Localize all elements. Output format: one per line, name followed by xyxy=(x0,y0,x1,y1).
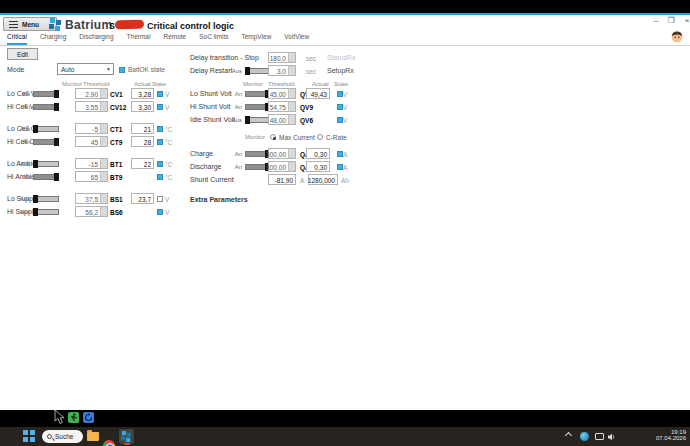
param-row: Hi Shunt VoltAn54,75QV9V xyxy=(0,101,690,113)
threshold-input[interactable]: 300,00 xyxy=(268,161,296,172)
minimize-button[interactable]: – xyxy=(650,16,662,25)
search-input[interactable]: Suche xyxy=(42,430,83,443)
hamburger-icon xyxy=(9,21,18,28)
max-current-radio[interactable] xyxy=(270,134,276,140)
monitor-toggle-slider[interactable] xyxy=(33,195,59,203)
start-button[interactable] xyxy=(23,430,35,442)
unit-label: V xyxy=(343,117,347,124)
sensor-id-label: QV9 xyxy=(300,104,313,111)
header-state: State xyxy=(152,81,166,87)
tab-tempview[interactable]: TempView xyxy=(241,33,271,45)
maximize-button[interactable]: ❐ xyxy=(665,16,677,25)
c-rate-radio[interactable] xyxy=(317,134,323,140)
toggle-state-label: Aus xyxy=(224,117,242,123)
header-threshold: Threshold xyxy=(83,81,110,87)
runner-app-icon[interactable] xyxy=(68,412,79,423)
toggle-state-label: Aus xyxy=(224,68,242,74)
monitor-toggle-slider[interactable] xyxy=(33,208,59,216)
state-checkbox[interactable] xyxy=(157,209,163,215)
actual-value-field: 49,43 xyxy=(306,88,330,99)
tab-thermal[interactable]: Thermal xyxy=(127,33,151,45)
max-current-label: Max Current xyxy=(279,134,315,141)
taskbar-clock[interactable]: 19:19 07.04.2026 xyxy=(640,429,686,441)
taskbar: Suche 19:19 07.04.2026 xyxy=(0,427,690,446)
delay-stop-row: Delay transition - Stop 180,0 sec Status… xyxy=(0,52,690,64)
statusrx-label: StatusRx xyxy=(327,54,355,61)
toggle-state-label: An xyxy=(224,151,242,157)
param-row: Idle Shunt VoltAus48,00QV6V xyxy=(0,114,690,126)
threshold-input[interactable]: 45,00 xyxy=(268,88,296,99)
header-monitor: Monitor xyxy=(243,81,263,87)
monitor-toggle-slider[interactable] xyxy=(245,67,270,75)
menu-button-label: Menu xyxy=(22,21,39,28)
header-actual: Actual xyxy=(312,81,329,87)
threshold-input[interactable]: 48,00 xyxy=(268,114,296,125)
unit-label: V xyxy=(343,91,347,98)
tab-discharging[interactable]: Discharging xyxy=(79,33,113,45)
threshold-input[interactable]: 56,2 xyxy=(75,206,108,217)
param-label: Discharge xyxy=(190,163,222,170)
tab-charging[interactable]: Charging xyxy=(40,33,66,45)
monitor-toggle-slider[interactable] xyxy=(245,116,270,124)
batrium-taskbar-icon[interactable] xyxy=(119,429,134,444)
state-checkbox[interactable] xyxy=(157,196,163,202)
shunt-capacity-unit: Ah xyxy=(341,177,349,184)
search-icon xyxy=(47,434,52,439)
delay-restart-unit: sec xyxy=(306,68,316,75)
clock-date: 07.04.2026 xyxy=(640,435,686,441)
search-placeholder: Suche xyxy=(55,433,73,440)
sensor-id-label: BS1 xyxy=(110,196,123,203)
actual-value-field: 23,7 xyxy=(131,193,154,204)
actual-value-field: 0,30 xyxy=(306,148,330,159)
unit-label: A xyxy=(343,151,347,158)
toggle-state-label: An xyxy=(224,104,242,110)
sync-app-icon[interactable] xyxy=(83,412,94,423)
toggle-state-label: Aus xyxy=(12,196,30,202)
param-row: Lo Supply VoltAus37,5BS123,7V xyxy=(0,193,690,205)
monitor-toggle-slider[interactable] xyxy=(245,90,270,98)
redaction-scribble xyxy=(115,19,144,29)
tab-critical[interactable]: Critical xyxy=(7,33,27,45)
user-avatar-icon[interactable] xyxy=(671,31,683,43)
monitor-selector-row: Monitor Max Current C-Rate xyxy=(0,132,690,144)
threshold-input[interactable]: 37,5 xyxy=(75,193,108,204)
param-row: Lo Shunt VoltAn45,00QV149,43V xyxy=(0,88,690,100)
toggle-state-label: An xyxy=(224,91,242,97)
threshold-input[interactable]: 54,75 xyxy=(268,101,296,112)
unit-label: V xyxy=(343,104,347,111)
sensor-id-label: BS6 xyxy=(110,209,123,216)
batrium-logo-icon xyxy=(121,431,132,442)
shunt-capacity-field: 1280,000 xyxy=(308,174,338,185)
chevron-up-icon[interactable] xyxy=(565,432,572,439)
param-row: ChargeAn300,00QA60,30A xyxy=(0,148,690,160)
monitor-tray-icon[interactable] xyxy=(595,433,604,440)
shunt-current-row: Shunt Current -81,90 A 1280,000 Ah xyxy=(0,174,690,186)
delay-stop-label: Delay transition - Stop xyxy=(190,54,259,61)
unit-label: V xyxy=(165,209,169,216)
monitor-toggle-slider[interactable] xyxy=(245,103,270,111)
desktop-strip xyxy=(0,410,690,427)
batrium-logo-icon xyxy=(49,18,62,31)
tab-separator xyxy=(0,45,690,46)
top-black-strip xyxy=(0,0,690,13)
toggle-state-label: Aus xyxy=(12,209,30,215)
delay-stop-input[interactable]: 180,0 xyxy=(268,52,296,63)
param-row: DischargeAn300,00QA10,30A xyxy=(0,161,690,173)
shunt-current-value-field: -81,90 xyxy=(268,174,296,185)
delay-restart-input[interactable]: 3,0 xyxy=(268,65,296,76)
extra-parameters-label: Extra Parameters xyxy=(190,196,248,203)
close-button[interactable]: × xyxy=(681,16,690,25)
delay-stop-unit: sec xyxy=(306,55,316,62)
tab-voltview[interactable]: VoltView xyxy=(284,33,309,45)
file-explorer-icon[interactable] xyxy=(87,432,99,441)
batrium-app-window: Menu Batrium S Critical control logic – … xyxy=(0,15,690,410)
tab-remote[interactable]: Remote xyxy=(163,33,186,45)
speaker-icon[interactable] xyxy=(608,433,616,441)
delay-restart-row: Delay Restart Aus 3,0 sec SetupRx xyxy=(0,65,690,77)
toggle-state-label: An xyxy=(224,164,242,170)
chrome-icon[interactable] xyxy=(103,440,115,446)
threshold-input[interactable]: 300,00 xyxy=(268,148,296,159)
tab-soc-limits[interactable]: SoC limits xyxy=(199,33,228,45)
batrium-tray-icon[interactable] xyxy=(580,432,589,441)
c-rate-label: C-Rate xyxy=(326,134,347,141)
